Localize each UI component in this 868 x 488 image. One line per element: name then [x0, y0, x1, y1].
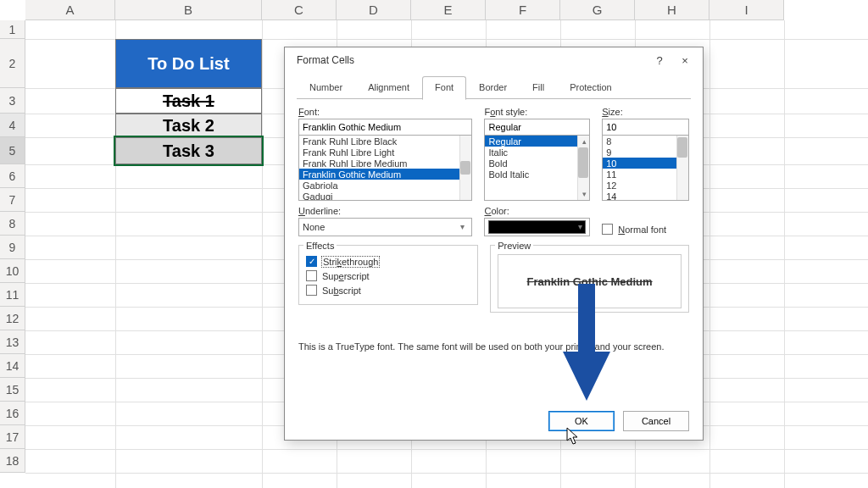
tab-number[interactable]: Number: [297, 76, 355, 100]
row-header[interactable]: 15: [0, 378, 25, 402]
effects-legend: Effects: [303, 241, 337, 251]
row-header[interactable]: 3: [0, 88, 25, 114]
size-label: Size:: [602, 107, 689, 117]
font-style-input[interactable]: [484, 119, 590, 136]
row-header[interactable]: 12: [0, 307, 25, 330]
font-input[interactable]: [298, 119, 472, 136]
list-item[interactable]: Bold: [485, 158, 589, 169]
row-header[interactable]: 2: [0, 39, 25, 88]
size-listbox[interactable]: 8910111214: [602, 135, 689, 201]
column-header[interactable]: C: [262, 0, 337, 20]
column-header[interactable]: A: [25, 0, 115, 20]
row-header[interactable]: 18: [0, 449, 25, 473]
row-header[interactable]: 1: [0, 20, 25, 39]
tab-border[interactable]: Border: [466, 76, 520, 100]
font-style-label: Font style:: [484, 107, 590, 117]
cursor-icon: [566, 427, 580, 446]
row-header[interactable]: 8: [0, 212, 25, 236]
preview-legend: Preview: [495, 241, 533, 251]
effects-group: Effects ✓ Strikethrough Superscript Su: [298, 245, 478, 305]
font-style-listbox[interactable]: RegularItalicBoldBold Italic▴▾: [484, 135, 590, 201]
list-item[interactable]: 9: [603, 147, 688, 158]
row-header[interactable]: 7: [0, 188, 25, 212]
column-header[interactable]: H: [635, 0, 709, 20]
checkbox-icon: [306, 285, 317, 296]
list-item[interactable]: 14: [603, 191, 688, 201]
column-header[interactable]: E: [411, 0, 486, 20]
tab-alignment[interactable]: Alignment: [355, 76, 422, 100]
list-item[interactable]: Bold Italic: [485, 169, 589, 180]
list-item[interactable]: Frank Ruhl Libre Black: [299, 136, 471, 147]
list-item[interactable]: Gabriola: [299, 180, 471, 191]
row-header[interactable]: 14: [0, 354, 25, 378]
list-item[interactable]: 8: [603, 136, 688, 147]
column-header[interactable]: I: [709, 0, 784, 20]
color-swatch: [488, 220, 586, 234]
dialog-title: Format Cells: [297, 54, 354, 66]
list-item[interactable]: Frank Ruhl Libre Light: [299, 147, 471, 158]
tab-protection[interactable]: Protection: [557, 76, 625, 100]
row-header[interactable]: 6: [0, 164, 25, 188]
row-header[interactable]: 5: [0, 137, 25, 164]
checkbox-icon: [602, 224, 613, 235]
normal-font-checkbox[interactable]: Normal font: [602, 222, 666, 236]
dialog-titlebar[interactable]: Format Cells ? ×: [285, 47, 703, 73]
color-label: Color:: [484, 206, 590, 216]
row-header[interactable]: 17: [0, 425, 25, 449]
cell-b5-task3[interactable]: Task 3: [115, 137, 262, 164]
tab-font[interactable]: Font: [422, 76, 466, 100]
preview-group: Preview Franklin Gothic Medium: [490, 245, 689, 313]
list-item[interactable]: 10: [603, 158, 688, 169]
list-item[interactable]: Italic: [485, 147, 589, 158]
dialog-tabs: NumberAlignmentFontBorderFillProtection: [285, 73, 703, 100]
subscript-checkbox[interactable]: Subscript: [306, 283, 470, 297]
cell-b2-header[interactable]: To Do List: [115, 39, 262, 88]
font-footnote: This is a TrueType font. The same font w…: [298, 341, 689, 352]
list-item[interactable]: 12: [603, 180, 688, 191]
column-header[interactable]: D: [337, 0, 411, 20]
row-header[interactable]: 10: [0, 259, 25, 283]
tab-fill[interactable]: Fill: [520, 76, 557, 100]
list-item[interactable]: Gadugi: [299, 191, 471, 201]
column-header[interactable]: F: [486, 0, 560, 20]
list-item[interactable]: 11: [603, 169, 688, 180]
row-header[interactable]: 4: [0, 114, 25, 137]
list-item[interactable]: Frank Ruhl Libre Medium: [299, 158, 471, 169]
help-button[interactable]: ?: [647, 49, 672, 71]
preview-sample: Franklin Gothic Medium: [527, 275, 653, 288]
underline-select[interactable]: None▾: [298, 218, 472, 236]
ok-button[interactable]: OK: [548, 411, 615, 431]
row-header[interactable]: 9: [0, 236, 25, 259]
list-item[interactable]: Franklin Gothic Medium: [299, 169, 471, 180]
column-header[interactable]: G: [560, 0, 635, 20]
superscript-checkbox[interactable]: Superscript: [306, 269, 470, 283]
row-header[interactable]: 13: [0, 330, 25, 354]
checkbox-icon: [306, 270, 317, 281]
strikethrough-checkbox[interactable]: ✓ Strikethrough: [306, 254, 470, 269]
color-select[interactable]: ▾: [484, 218, 590, 236]
close-button[interactable]: ×: [672, 49, 698, 71]
column-header[interactable]: B: [115, 0, 262, 20]
underline-label: Underline:: [298, 206, 472, 216]
format-cells-dialog: Format Cells ? × NumberAlignmentFontBord…: [284, 47, 704, 441]
cell-b3-task1[interactable]: Task 1: [115, 88, 262, 114]
row-header[interactable]: 11: [0, 283, 25, 307]
checkbox-checked-icon: ✓: [306, 256, 317, 267]
font-listbox[interactable]: Frank Ruhl Libre BlackFrank Ruhl Libre L…: [298, 135, 472, 201]
font-label: Font:: [298, 107, 472, 117]
cell-b4-task2[interactable]: Task 2: [115, 114, 262, 137]
size-input[interactable]: [602, 119, 689, 136]
row-header[interactable]: 16: [0, 402, 25, 425]
cancel-button[interactable]: Cancel: [623, 411, 689, 431]
list-item[interactable]: Regular: [485, 136, 589, 147]
